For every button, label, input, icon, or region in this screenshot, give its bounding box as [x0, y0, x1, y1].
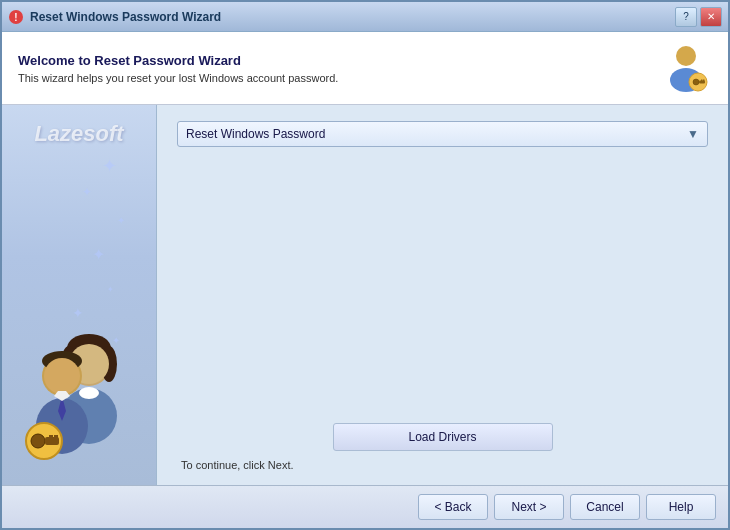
header-description: This wizard helps you reset your lost Wi… [18, 72, 338, 84]
svg-text:!: ! [14, 12, 17, 23]
task-dropdown-wrapper[interactable]: Reset Windows Password ▼ [177, 121, 708, 147]
svg-rect-7 [703, 80, 705, 82]
svg-point-18 [44, 358, 80, 394]
left-panel: ✦ ✦ ✦ ✦ ✦ ✦ ✦ ✦ ✦ Lazesoft [2, 105, 157, 485]
close-button[interactable]: ✕ [700, 7, 722, 27]
title-bar: ! Reset Windows Password Wizard ? ✕ [2, 2, 728, 32]
dropdown-container: Reset Windows Password ▼ [177, 121, 708, 147]
sidebar-illustration [14, 326, 144, 469]
content-spacer [177, 157, 708, 423]
svg-point-2 [676, 46, 696, 66]
dropdown-arrow-icon: ▼ [687, 127, 699, 141]
header-text: Welcome to Reset Password Wizard This wi… [18, 53, 338, 84]
window-title: Reset Windows Password Wizard [30, 10, 221, 24]
main-window: ! Reset Windows Password Wizard ? ✕ Welc… [0, 0, 730, 530]
app-icon: ! [8, 9, 24, 25]
lazesoft-logo: Lazesoft [34, 121, 123, 147]
title-buttons: ? ✕ [675, 7, 722, 27]
next-button[interactable]: Next > [494, 494, 564, 520]
main-content: ✦ ✦ ✦ ✦ ✦ ✦ ✦ ✦ ✦ Lazesoft [2, 105, 728, 485]
cancel-button[interactable]: Cancel [570, 494, 640, 520]
svg-rect-25 [54, 435, 58, 440]
svg-rect-26 [49, 435, 53, 440]
continue-hint: To continue, click Next. [177, 459, 708, 471]
svg-rect-8 [701, 80, 703, 82]
wizard-header: Welcome to Reset Password Wizard This wi… [2, 32, 728, 105]
header-heading: Welcome to Reset Password Wizard [18, 53, 338, 68]
svg-point-23 [31, 434, 45, 448]
title-bar-left: ! Reset Windows Password Wizard [8, 9, 221, 25]
avatar [660, 42, 712, 94]
load-drivers-container: Load Drivers [177, 423, 708, 451]
back-button[interactable]: < Back [418, 494, 488, 520]
bottom-nav-bar: < Back Next > Cancel Help [2, 485, 728, 528]
load-drivers-button[interactable]: Load Drivers [333, 423, 553, 451]
help-titlebar-button[interactable]: ? [675, 7, 697, 27]
dropdown-selected-value: Reset Windows Password [186, 127, 687, 141]
svg-point-5 [693, 79, 699, 85]
svg-point-15 [79, 387, 99, 399]
right-panel: Reset Windows Password ▼ Load Drivers To… [157, 105, 728, 485]
people-svg [14, 326, 144, 466]
help-button[interactable]: Help [646, 494, 716, 520]
